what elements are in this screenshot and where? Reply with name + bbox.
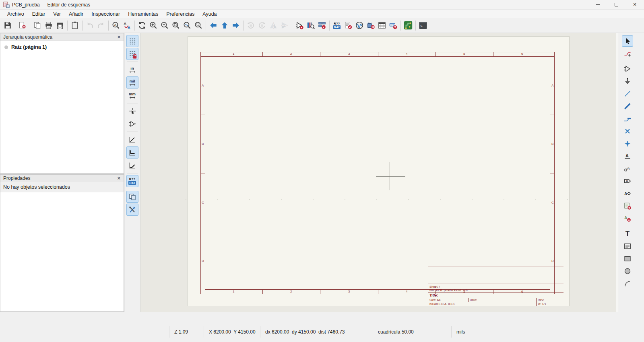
properties-close-icon[interactable]: ✕	[117, 176, 121, 181]
hierarchy-tree: Raíz (página 1)	[0, 41, 124, 173]
zoom-in-button[interactable]	[148, 20, 159, 31]
undo-button[interactable]	[84, 20, 95, 31]
canvas-scrollbar[interactable]	[616, 33, 619, 312]
properties-panel: Propiedades ✕ No hay objetos seleccionad…	[0, 174, 124, 312]
mirror-vertical-button[interactable]	[279, 20, 290, 31]
edit-symbol-fields-button[interactable]	[316, 20, 328, 31]
minimize-button[interactable]	[588, 0, 607, 10]
svg-text:A: A	[626, 179, 629, 183]
add-power-tool[interactable]	[622, 76, 633, 87]
refresh-button[interactable]	[136, 20, 148, 31]
add-bus-tool[interactable]	[622, 101, 633, 112]
scripting-console-button[interactable]: >_	[417, 20, 429, 31]
sheet-frame: 1 2 3 4 5 6 1 2 3 4 5 6 A B C D A B	[200, 52, 555, 294]
crosshair-cursor-toggle[interactable]	[126, 105, 138, 117]
simulator-button[interactable]	[354, 20, 365, 31]
zoom-fit-objects-button[interactable]	[182, 20, 193, 31]
menu-archivo[interactable]: Archivo	[3, 10, 28, 18]
save-button[interactable]	[2, 20, 13, 31]
window-title: PCB_prueba — Editor de esquemas	[12, 2, 90, 8]
grid-override-toggle[interactable]	[126, 48, 138, 60]
rotate-cw-button[interactable]	[256, 20, 268, 31]
plot-button[interactable]	[54, 20, 66, 31]
no-connect-tool[interactable]	[622, 126, 633, 137]
units-inches-toggle[interactable]: in	[126, 64, 138, 76]
draw-circle-tool[interactable]	[622, 266, 633, 277]
nav-back-button[interactable]	[208, 20, 219, 31]
find-replace-button[interactable]: AB	[122, 20, 133, 31]
tools-icon	[128, 206, 136, 214]
show-annotations-toggle[interactable]: R??R42	[126, 175, 138, 187]
units-mm-toggle[interactable]: mm	[126, 89, 138, 101]
hierarchy-root-label: Raíz (página 1)	[11, 44, 47, 50]
bus-entry-icon	[623, 115, 632, 123]
status-delta: dx 6200.00 dy 4150.00 dist 7460.73	[260, 326, 372, 338]
rotate-ccw-button[interactable]	[245, 20, 256, 31]
erc-button[interactable]	[343, 20, 354, 31]
menu-herramientas[interactable]: Herramientas	[124, 10, 162, 18]
units-mils-toggle[interactable]: mil	[126, 76, 138, 89]
properties-manager-toggle[interactable]	[126, 204, 138, 216]
zoom-out-button[interactable]	[159, 20, 170, 31]
symbol-library-browser-button[interactable]	[305, 20, 316, 31]
zoom-selection-button[interactable]	[193, 20, 204, 31]
menu-inspeccionar[interactable]: Inspeccionar	[87, 10, 124, 18]
sheet-bullet-icon	[4, 45, 8, 49]
add-textbox-tool[interactable]	[622, 241, 633, 252]
assign-footprints-button[interactable]	[365, 20, 376, 31]
properties-empty-message: No hay objetos seleccionados	[0, 182, 124, 192]
schematic-canvas[interactable]: 1 2 3 4 5 6 1 2 3 4 5 6 A B C D A B	[140, 33, 619, 312]
add-symbol-tool[interactable]	[622, 63, 633, 74]
add-sheet-tool[interactable]	[622, 200, 633, 212]
page-settings-button[interactable]	[32, 20, 43, 31]
nav-up-button[interactable]	[219, 20, 230, 31]
draw-rectangle-tool[interactable]	[622, 253, 633, 264]
hierarchy-close-icon[interactable]: ✕	[117, 35, 121, 39]
find-button[interactable]: A	[110, 20, 122, 31]
zoom-fit-page-button[interactable]	[170, 20, 182, 31]
hierarchical-sheet-icon	[623, 202, 632, 210]
bus-entry-tool[interactable]	[622, 113, 633, 124]
close-button[interactable]: ✕	[625, 0, 644, 10]
add-junction-tool[interactable]	[622, 138, 633, 149]
open-pcb-editor-button[interactable]	[402, 20, 414, 31]
hidden-pins-toggle[interactable]	[126, 118, 138, 130]
hierarchy-navigator-toggle[interactable]	[126, 191, 138, 203]
nav-forward-button[interactable]	[230, 20, 242, 31]
net-label-tool[interactable]: A	[622, 150, 633, 162]
wire-hv-toggle[interactable]	[126, 146, 138, 159]
print-button[interactable]	[43, 20, 54, 31]
bom-export-button[interactable]: bom	[388, 20, 399, 31]
annotate-button[interactable]: R??R42	[331, 20, 343, 31]
menu-editar[interactable]: Editar	[28, 10, 50, 18]
crosshair-vertical	[390, 162, 390, 190]
paste-button[interactable]	[69, 20, 80, 31]
redo-button[interactable]	[95, 20, 107, 31]
edit-symbol-button[interactable]	[294, 20, 305, 31]
draw-arc-tool[interactable]	[622, 278, 633, 289]
hierarchy-root-item[interactable]: Raíz (página 1)	[0, 43, 124, 51]
add-wire-tool[interactable]	[622, 88, 633, 99]
global-label-tool[interactable]: A	[622, 175, 633, 187]
select-tool[interactable]	[622, 35, 633, 47]
menu-preferencias[interactable]: Preferencias	[162, 10, 198, 18]
wire-45-icon	[128, 161, 136, 169]
main-area: Jerarquía esquemática ✕ Raíz (página 1) …	[0, 33, 644, 312]
netclass-directive-tool[interactable]: A	[622, 163, 633, 174]
menu-ayuda[interactable]: Ayuda	[198, 10, 221, 18]
grid-visibility-toggle[interactable]	[126, 35, 138, 47]
mirror-horizontal-button[interactable]	[268, 20, 279, 31]
highlight-net-tool[interactable]	[622, 48, 633, 59]
symbol-fields-table-button[interactable]	[376, 20, 388, 31]
svg-text:A: A	[624, 216, 627, 220]
hv-wire-icon	[128, 148, 136, 157]
add-text-tool[interactable]: T	[622, 228, 633, 239]
menu-ver[interactable]: Ver	[49, 10, 65, 18]
wire-free-angle-toggle[interactable]	[126, 134, 138, 146]
hierarchical-label-tool[interactable]: A	[622, 188, 633, 199]
wire-45-toggle[interactable]	[126, 159, 138, 171]
schematic-setup-button[interactable]	[17, 20, 28, 31]
import-sheet-pin-tool[interactable]: A	[622, 213, 633, 224]
menu-anadir[interactable]: Añadir	[65, 10, 87, 18]
maximize-button[interactable]	[607, 0, 625, 10]
